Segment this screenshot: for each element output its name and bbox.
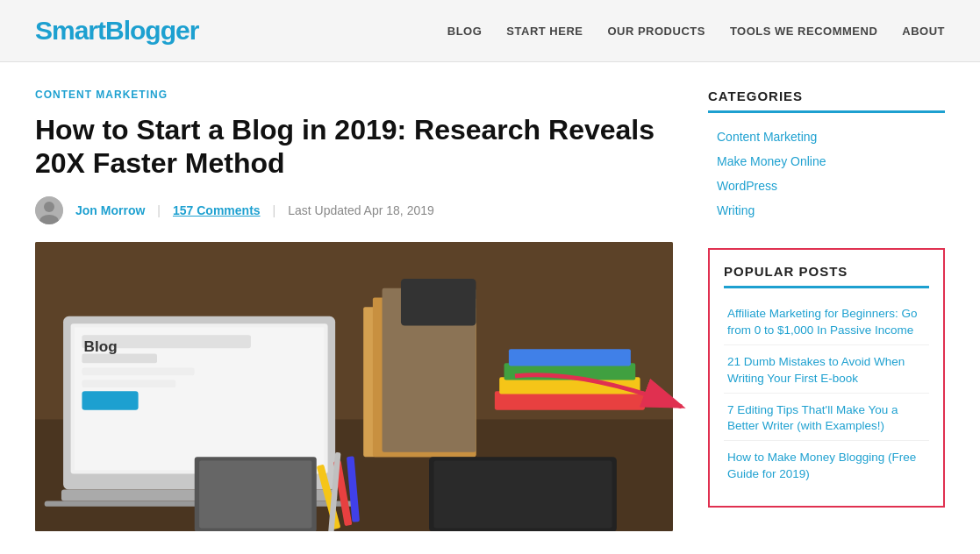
author-name-link[interactable]: Jon Morrow xyxy=(75,203,145,217)
category-link-content-marketing[interactable]: Content Marketing xyxy=(708,125,945,148)
svg-text:Blog: Blog xyxy=(84,338,118,355)
article-image-wrapper: Blog xyxy=(35,242,673,531)
content-area: CONTENT MARKETING How to Start a Blog in… xyxy=(35,89,673,534)
site-header: SmartBlogger BLOG START HERE OUR PRODUCT… xyxy=(0,0,980,62)
nav-blog[interactable]: BLOG xyxy=(447,25,483,38)
svg-rect-13 xyxy=(82,391,138,409)
svg-rect-24 xyxy=(433,460,612,528)
nav-about[interactable]: ABOUT xyxy=(902,25,945,38)
article-meta: Jon Morrow | 157 Comments | Last Updated… xyxy=(35,196,673,224)
popular-post-1[interactable]: Affiliate Marketing for Beginners: Go fr… xyxy=(724,301,929,345)
categories-title: CATEGORIES xyxy=(708,89,945,113)
author-avatar xyxy=(35,196,63,224)
meta-divider-1: | xyxy=(157,203,161,217)
categories-section: CATEGORIES Content Marketing Make Money … xyxy=(708,89,945,222)
comments-link[interactable]: 157 Comments xyxy=(173,203,261,217)
svg-rect-30 xyxy=(199,460,311,528)
popular-post-4[interactable]: How to Make Money Blogging (Free Guide f… xyxy=(724,444,929,488)
popular-posts-section: POPULAR POSTS Affiliate Marketing for Be… xyxy=(708,248,945,508)
logo-black: Smart xyxy=(35,16,105,45)
popular-posts-title: POPULAR POSTS xyxy=(724,264,929,288)
nav-our-products[interactable]: OUR PRODUCTS xyxy=(607,25,705,38)
arrow-annotation xyxy=(506,363,699,437)
svg-point-1 xyxy=(44,202,54,212)
main-nav: BLOG START HERE OUR PRODUCTS TOOLS WE RE… xyxy=(447,25,945,38)
popular-post-3[interactable]: 7 Editing Tips That'll Make You a Better… xyxy=(724,397,929,442)
site-logo[interactable]: SmartBlogger xyxy=(35,16,198,46)
category-link-make-money[interactable]: Make Money Online xyxy=(708,150,945,173)
svg-rect-10 xyxy=(82,367,194,375)
popular-post-2[interactable]: 21 Dumb Mistakes to Avoid When Writing Y… xyxy=(724,349,929,394)
category-link-writing[interactable]: Writing xyxy=(708,199,945,222)
meta-divider-2: | xyxy=(273,203,276,217)
logo-blue: Blogger xyxy=(105,16,198,45)
sidebar: CATEGORIES Content Marketing Make Money … xyxy=(708,89,945,534)
svg-rect-11 xyxy=(82,380,175,387)
category-link-wordpress[interactable]: WordPress xyxy=(708,174,945,197)
article-category[interactable]: CONTENT MARKETING xyxy=(35,89,673,101)
svg-rect-19 xyxy=(401,279,476,325)
main-container: CONTENT MARKETING How to Start a Blog in… xyxy=(0,62,980,554)
nav-tools[interactable]: TOOLS WE RECOMMEND xyxy=(730,25,877,38)
last-updated: Last Updated Apr 18, 2019 xyxy=(288,203,434,217)
nav-start-here[interactable]: START HERE xyxy=(506,25,583,38)
article-title: How to Start a Blog in 2019: Research Re… xyxy=(35,113,673,181)
